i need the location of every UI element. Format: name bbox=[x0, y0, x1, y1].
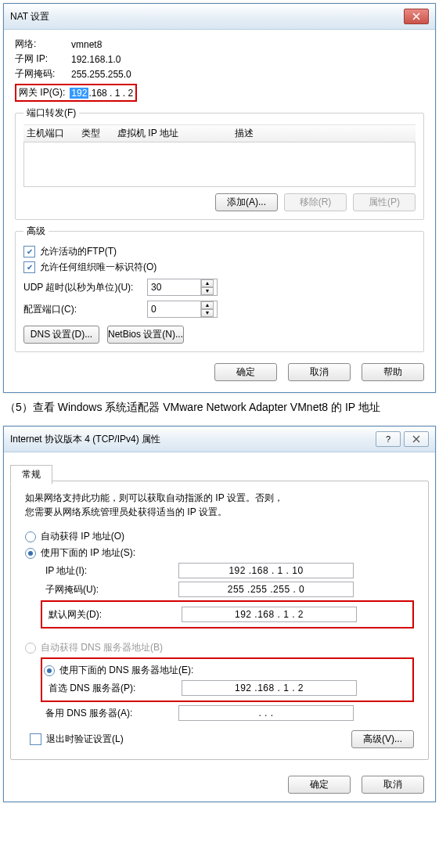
network-value: vmnet8 bbox=[71, 39, 102, 50]
port-forward-legend: 端口转发(F) bbox=[23, 106, 79, 120]
allow-ftp-label: 允许活动的FTP(T) bbox=[40, 245, 117, 258]
pref-dns-input[interactable]: 192 .168 . 1 . 2 bbox=[182, 680, 357, 696]
subnet-mask-label: 子网掩码: bbox=[15, 67, 71, 81]
description-text: 如果网络支持此功能，则可以获取自动指派的 IP 设置。否则， 您需要从网络系统管… bbox=[25, 491, 414, 519]
ip-address-label: IP 地址(I): bbox=[45, 564, 178, 578]
pf-table-header: 主机端口 类型 虚拟机 IP 地址 描述 bbox=[23, 124, 416, 142]
col-desc[interactable]: 描述 bbox=[235, 127, 412, 140]
nat-settings-window: NAT 设置 网络: vmnet8 子网 IP: 192.168.1.0 子网掩… bbox=[3, 3, 436, 393]
gateway-oct1-selected[interactable]: 192 bbox=[70, 88, 88, 99]
radio-use-dns[interactable]: 使用下面的 DNS 服务器地址(E): bbox=[44, 664, 411, 677]
radio-use-ip[interactable]: 使用下面的 IP 地址(S): bbox=[25, 546, 414, 560]
col-hostport[interactable]: 主机端口 bbox=[27, 127, 81, 140]
alt-dns-row: 备用 DNS 服务器(A): . . . bbox=[45, 705, 414, 721]
pf-buttons: 添加(A)... 移除(R) 属性(P) bbox=[23, 193, 416, 211]
ok-button[interactable]: 确定 bbox=[214, 363, 277, 381]
alt-dns-input[interactable]: . . . bbox=[178, 705, 354, 721]
advanced-button[interactable]: 高级(V)... bbox=[351, 730, 414, 748]
pref-dns-row: 首选 DNS 服务器(P): 192 .168 . 1 . 2 bbox=[49, 680, 411, 696]
ip-address-row: IP 地址(I): 192 .168 . 1 . 10 bbox=[45, 563, 414, 578]
properties-button: 属性(P) bbox=[353, 193, 416, 211]
cancel-button[interactable]: 取消 bbox=[362, 776, 424, 794]
spinner-icon[interactable]: ▲▼ bbox=[200, 279, 214, 295]
radio-icon bbox=[25, 643, 36, 654]
titlebar-buttons: ? bbox=[376, 431, 429, 447]
nat-footer: 确定 取消 帮助 bbox=[15, 363, 424, 381]
help-icon[interactable]: ? bbox=[376, 431, 401, 447]
advanced-group: 高级 ✔ 允许活动的FTP(T) ✔ 允许任何组织唯一标识符(O) UDP 超时… bbox=[15, 225, 424, 352]
pref-dns-label: 首选 DNS 服务器(P): bbox=[49, 682, 182, 695]
subnet-mask-value: 255.255.255.0 bbox=[71, 69, 131, 80]
radio-icon[interactable] bbox=[25, 548, 36, 559]
gateway-highlight: 默认网关(D): 192 .168 . 1 . 2 bbox=[41, 600, 414, 628]
close-icon[interactable] bbox=[404, 431, 429, 447]
tab-general[interactable]: 常规 bbox=[10, 465, 52, 484]
document-step-text: （5）查看 Windows 系统适配器 VMware Network Adapt… bbox=[5, 401, 436, 415]
row-subnet-ip: 子网 IP: 192.168.1.0 bbox=[15, 52, 424, 66]
udp-timeout-value: 30 bbox=[151, 282, 161, 293]
network-label: 网络: bbox=[15, 38, 71, 51]
gateway-row: 默认网关(D): 192 .168 . 1 . 2 bbox=[49, 607, 411, 622]
config-port-row: 配置端口(C): 0 ▲▼ bbox=[23, 301, 416, 318]
general-tab-panel: 常规 如果网络支持此功能，则可以获取自动指派的 IP 设置。否则， 您需要从网络… bbox=[10, 481, 429, 760]
ok-button[interactable]: 确定 bbox=[288, 776, 351, 794]
subnet-ip-value: 192.168.1.0 bbox=[71, 54, 121, 65]
radio-icon[interactable] bbox=[44, 665, 55, 676]
gateway-label: 默认网关(D): bbox=[49, 608, 182, 621]
udp-timeout-input[interactable]: 30 ▲▼ bbox=[147, 279, 218, 296]
port-forward-group: 端口转发(F) 主机端口 类型 虚拟机 IP 地址 描述 添加(A)... 移除… bbox=[15, 106, 424, 220]
titlebar: NAT 设置 bbox=[4, 4, 435, 30]
row-subnet-mask: 子网掩码: 255.255.255.0 bbox=[15, 67, 424, 81]
advanced-row: ✔ 退出时验证设置(L) 高级(V)... bbox=[25, 730, 414, 748]
alt-dns-label: 备用 DNS 服务器(A): bbox=[45, 707, 178, 720]
spinner-icon[interactable]: ▲▼ bbox=[200, 301, 214, 317]
subnet-mask-input[interactable]: 255 .255 .255 . 0 bbox=[178, 582, 354, 597]
netbios-settings-button[interactable]: NetBios 设置(N)... bbox=[107, 326, 184, 344]
row-network: 网络: vmnet8 bbox=[15, 38, 424, 51]
gateway-label: 网关 IP(G): bbox=[19, 86, 65, 99]
ip-address-input[interactable]: 192 .168 . 1 . 10 bbox=[178, 563, 354, 578]
nat-body: 网络: vmnet8 子网 IP: 192.168.1.0 子网掩码: 255.… bbox=[4, 30, 435, 392]
udp-timeout-row: UDP 超时(以秒为单位)(U): 30 ▲▼ bbox=[23, 279, 416, 296]
checkbox-icon[interactable]: ✔ bbox=[23, 261, 35, 273]
pf-table-body[interactable] bbox=[23, 142, 416, 187]
close-icon[interactable] bbox=[404, 9, 429, 24]
col-vmip[interactable]: 虚拟机 IP 地址 bbox=[117, 127, 235, 140]
advanced-legend: 高级 bbox=[23, 225, 49, 238]
config-port-input[interactable]: 0 ▲▼ bbox=[147, 301, 218, 318]
remove-button: 移除(R) bbox=[284, 193, 347, 211]
window-title: NAT 设置 bbox=[10, 10, 49, 23]
radio-auto-ip[interactable]: 自动获得 IP 地址(O) bbox=[25, 530, 414, 543]
allow-org-label: 允许任何组织唯一标识符(O) bbox=[40, 261, 157, 274]
validate-on-exit-row[interactable]: ✔ 退出时验证设置(L) bbox=[30, 733, 124, 746]
radio-auto-dns: 自动获得 DNS 服务器地址(B) bbox=[25, 641, 414, 654]
gateway-rest[interactable]: .168 . 1 . 2 bbox=[88, 88, 133, 99]
checkbox-icon[interactable]: ✔ bbox=[23, 246, 35, 258]
allow-ftp-row[interactable]: ✔ 允许活动的FTP(T) bbox=[23, 245, 416, 258]
radio-icon[interactable] bbox=[25, 531, 36, 542]
help-button[interactable]: 帮助 bbox=[362, 363, 424, 381]
dns-highlight: 使用下面的 DNS 服务器地址(E): 首选 DNS 服务器(P): 192 .… bbox=[41, 657, 414, 702]
adv-btns: DNS 设置(D)... NetBios 设置(N)... bbox=[23, 326, 416, 344]
titlebar-buttons bbox=[404, 9, 429, 24]
subnet-ip-label: 子网 IP: bbox=[15, 52, 71, 66]
window-title: Internet 协议版本 4 (TCP/IPv4) 属性 bbox=[10, 433, 160, 446]
cancel-button[interactable]: 取消 bbox=[288, 363, 351, 381]
gateway-highlight: 网关 IP(G): 192 .168 . 1 . 2 bbox=[15, 84, 137, 102]
udp-timeout-label: UDP 超时(以秒为单位)(U): bbox=[23, 281, 141, 294]
titlebar: Internet 协议版本 4 (TCP/IPv4) 属性 ? bbox=[4, 427, 435, 452]
col-type[interactable]: 类型 bbox=[81, 127, 117, 140]
ipv4-properties-window: Internet 协议版本 4 (TCP/IPv4) 属性 ? 常规 如果网络支… bbox=[3, 426, 436, 802]
config-port-value: 0 bbox=[151, 304, 157, 315]
allow-org-row[interactable]: ✔ 允许任何组织唯一标识符(O) bbox=[23, 261, 416, 274]
dns-settings-button[interactable]: DNS 设置(D)... bbox=[23, 326, 99, 344]
checkbox-icon[interactable]: ✔ bbox=[30, 733, 41, 745]
config-port-label: 配置端口(C): bbox=[23, 303, 141, 316]
add-button[interactable]: 添加(A)... bbox=[215, 193, 278, 211]
gateway-input[interactable]: 192 .168 . 1 . 2 bbox=[182, 607, 357, 622]
ipv4-footer: 确定 取消 bbox=[4, 768, 435, 801]
subnet-mask-row: 子网掩码(U): 255 .255 .255 . 0 bbox=[45, 582, 414, 597]
subnet-mask-label: 子网掩码(U): bbox=[45, 583, 178, 596]
